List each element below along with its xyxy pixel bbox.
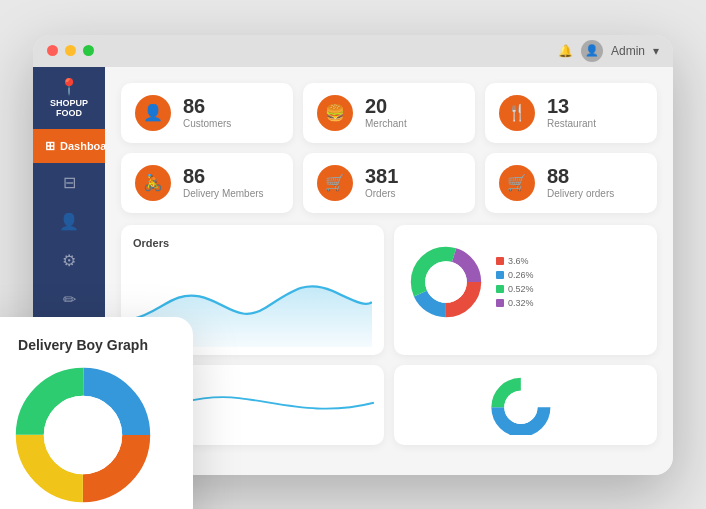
sidebar-item-edit[interactable]: ✏ — [33, 280, 105, 319]
stat-info-merchant: 20 Merchant — [365, 96, 407, 129]
bottom-chart-right — [394, 365, 657, 445]
notification-icon: 🔔 — [558, 44, 573, 58]
svg-point-7 — [504, 390, 537, 423]
orders-icon: 🛒 — [317, 165, 353, 201]
legend-dot-4 — [496, 299, 504, 307]
stat-card-merchant: 🍔 20 Merchant — [303, 83, 475, 143]
delivery-donut-svg — [13, 365, 153, 505]
stat-card-restaurant: 🍴 13 Restaurant — [485, 83, 657, 143]
legend-value-2: 0.26% — [508, 270, 534, 280]
minimize-button[interactable] — [65, 45, 76, 56]
legend-item-2: 0.26% — [496, 270, 534, 280]
delivery-orders-label: Delivery orders — [547, 188, 614, 199]
stat-card-customers: 👤 86 Customers — [121, 83, 293, 143]
stat-info-restaurant: 13 Restaurant — [547, 96, 596, 129]
donut-legend: 3.6% 0.26% 0.52% — [496, 256, 534, 308]
customers-icon: 👤 — [135, 95, 171, 131]
browser-window: 🔔 👤 Admin ▾ 📍 SHOPUPFOOD ⊞ Dashboard ⊟ 👤 — [33, 35, 673, 475]
merchant-number: 20 — [365, 96, 407, 116]
avatar[interactable]: 👤 — [581, 40, 603, 62]
delivery-members-icon: 🚴 — [135, 165, 171, 201]
donut-chart-svg — [406, 242, 486, 322]
stat-info-customers: 86 Customers — [183, 96, 231, 129]
legend-value-3: 0.52% — [508, 284, 534, 294]
close-button[interactable] — [47, 45, 58, 56]
donut-chart-card: 3.6% 0.26% 0.52% — [394, 225, 657, 355]
delivery-orders-icon: 🛒 — [499, 165, 535, 201]
legend-item-3: 0.52% — [496, 284, 534, 294]
svg-point-12 — [44, 395, 122, 473]
legend-value-4: 0.32% — [508, 298, 534, 308]
svg-point-4 — [425, 261, 467, 303]
edit-icon: ✏ — [63, 290, 76, 309]
logo-text: SHOPUPFOOD — [50, 98, 88, 119]
titlebar-right: 🔔 👤 Admin ▾ — [558, 40, 659, 62]
restaurant-icon: 🍴 — [499, 95, 535, 131]
logo-icon: 📍 — [50, 77, 88, 96]
customers-number: 86 — [183, 96, 231, 116]
sidebar-item-users[interactable]: 👤 — [33, 202, 105, 241]
stat-info-delivery-members: 86 Delivery Members — [183, 166, 264, 199]
grid-icon: ⊟ — [63, 173, 76, 192]
admin-label: Admin — [611, 44, 645, 58]
charts-grid: Orders — [121, 225, 657, 355]
stat-card-delivery-orders: 🛒 88 Delivery orders — [485, 153, 657, 213]
maximize-button[interactable] — [83, 45, 94, 56]
delivery-orders-number: 88 — [547, 166, 614, 186]
restaurant-label: Restaurant — [547, 118, 596, 129]
stats-grid: 👤 86 Customers 🍔 20 Merchant 🍴 — [121, 83, 657, 213]
legend-dot-3 — [496, 285, 504, 293]
stat-info-delivery-orders: 88 Delivery orders — [547, 166, 614, 199]
sidebar-item-settings[interactable]: ⚙ — [33, 241, 105, 280]
sidebar-item-dashboard[interactable]: ⊞ Dashboard — [33, 129, 105, 163]
delivery-members-number: 86 — [183, 166, 264, 186]
legend-item-1: 3.6% — [496, 256, 534, 266]
delivery-members-label: Delivery Members — [183, 188, 264, 199]
orders-number: 381 — [365, 166, 398, 186]
restaurant-number: 13 — [547, 96, 596, 116]
merchant-icon: 🍔 — [317, 95, 353, 131]
chevron-down-icon: ▾ — [653, 44, 659, 58]
line-chart-title: Orders — [133, 237, 372, 249]
sidebar-item-grid[interactable]: ⊟ — [33, 163, 105, 202]
settings-icon: ⚙ — [62, 251, 76, 270]
stat-card-delivery-members: 🚴 86 Delivery Members — [121, 153, 293, 213]
customers-label: Customers — [183, 118, 231, 129]
merchant-label: Merchant — [365, 118, 407, 129]
legend-dot-1 — [496, 257, 504, 265]
bottom-donut-chart — [404, 375, 647, 435]
logo: 📍 SHOPUPFOOD — [50, 77, 88, 120]
floating-delivery-card: Delivery Boy Graph — [0, 317, 193, 510]
stat-info-orders: 381 Orders — [365, 166, 398, 199]
delivery-donut-large — [0, 365, 173, 505]
donut-container: 3.6% 0.26% 0.52% — [406, 237, 645, 327]
user-icon: 👤 — [59, 212, 79, 231]
legend-value-1: 3.6% — [508, 256, 529, 266]
stat-card-orders: 🛒 381 Orders — [303, 153, 475, 213]
delivery-graph-title: Delivery Boy Graph — [0, 337, 173, 353]
home-icon: ⊞ — [45, 139, 55, 153]
orders-label: Orders — [365, 188, 398, 199]
legend-item-4: 0.32% — [496, 298, 534, 308]
legend-dot-2 — [496, 271, 504, 279]
bottom-charts-grid — [121, 365, 657, 445]
titlebar: 🔔 👤 Admin ▾ — [33, 35, 673, 67]
